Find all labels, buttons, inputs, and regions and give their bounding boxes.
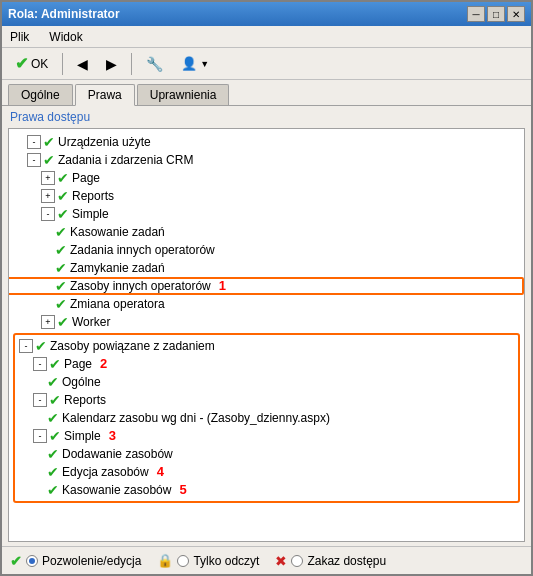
user-button[interactable]: 👤 ▼ xyxy=(174,53,216,74)
label-kalendarz: Kalendarz zasobu wg dni - (Zasoby_dzienn… xyxy=(62,409,330,427)
label-simple1: Simple xyxy=(72,205,109,223)
label-reports1: Reports xyxy=(72,187,114,205)
check-icon-zamykanie: ✔ xyxy=(55,259,67,277)
tree-item-page2[interactable]: - ✔ Page 2 xyxy=(19,355,514,373)
menu-bar: Plik Widok xyxy=(2,26,531,48)
label-kasowanie2: Kasowanie zasobów xyxy=(62,481,171,499)
tree-item-page1[interactable]: + ✔ Page xyxy=(13,169,520,187)
readonly-radio[interactable] xyxy=(177,555,189,567)
tree-item-kasowanie[interactable]: ✔ Kasowanie zadań xyxy=(13,223,520,241)
check-icon-kasowanie: ✔ xyxy=(55,223,67,241)
label-zasoby-other: Zasoby innych operatorów xyxy=(70,277,211,295)
expand-icon-simple1[interactable]: - xyxy=(41,207,55,221)
label-page2: Page xyxy=(64,355,92,373)
check-icon-page2: ✔ xyxy=(49,355,61,373)
status-bar: ✔ Pozwolenie/edycja 🔒 Tylko odczyt ✖ Zak… xyxy=(2,546,531,574)
tree-item-zasoby-powiazane[interactable]: - ✔ Zasoby powiązane z zadaniem xyxy=(19,337,514,355)
tree-item-reports2[interactable]: - ✔ Reports xyxy=(19,391,514,409)
check-icon-edycja: ✔ xyxy=(47,463,59,481)
back-icon: ◀ xyxy=(77,56,88,72)
expand-icon-urzadzenia[interactable]: - xyxy=(27,135,41,149)
label-kasowanie: Kasowanie zadań xyxy=(70,223,165,241)
check-icon-kalendarz: ✔ xyxy=(47,409,59,427)
badge-simple2: 3 xyxy=(109,427,116,445)
expand-icon-zadania[interactable]: - xyxy=(27,153,41,167)
lock-icon: 🔒 xyxy=(157,553,173,568)
check-icon-simple1: ✔ xyxy=(57,205,69,223)
label-reports2: Reports xyxy=(64,391,106,409)
check-icon-zasoby-powiazane: ✔ xyxy=(35,337,47,355)
expand-icon-reports1[interactable]: + xyxy=(41,189,55,203)
readonly-label: Tylko odczyt xyxy=(193,554,259,568)
back-button[interactable]: ◀ xyxy=(70,53,95,75)
user-icon: 👤 xyxy=(181,56,197,71)
check-icon-worker: ✔ xyxy=(57,313,69,331)
tree-item-zadania[interactable]: - ✔ Zadania i zdarzenia CRM xyxy=(13,151,520,169)
badge-kasowanie2: 5 xyxy=(179,481,186,499)
check-icon-ogolne2: ✔ xyxy=(47,373,59,391)
tree-item-zasoby-other[interactable]: ✔ Zasoby innych operatorów 1 xyxy=(13,277,520,295)
expand-icon-page2[interactable]: - xyxy=(33,357,47,371)
deny-label: Zakaz dostępu xyxy=(307,554,386,568)
minimize-button[interactable]: ─ xyxy=(467,6,485,22)
tools-button[interactable]: 🔧 xyxy=(139,53,170,75)
window-title: Rola: Administrator xyxy=(8,7,120,21)
check-icon-urzadzenia: ✔ xyxy=(43,133,55,151)
check-icon-simple2: ✔ xyxy=(49,427,61,445)
expand-icon-zasoby-powiazane[interactable]: - xyxy=(19,339,33,353)
check-icon-reports2: ✔ xyxy=(49,391,61,409)
expand-icon-worker[interactable]: + xyxy=(41,315,55,329)
tree-item-zadania-other[interactable]: ✔ Zadania innych operatorów xyxy=(13,241,520,259)
check-icon-zadania: ✔ xyxy=(43,151,55,169)
toolbar-separator-1 xyxy=(62,53,63,75)
check-icon-page1: ✔ xyxy=(57,169,69,187)
tab-uprawnienia[interactable]: Uprawnienia xyxy=(137,84,230,105)
tree-item-kasowanie2[interactable]: ✔ Kasowanie zasobów 5 xyxy=(19,481,514,499)
badge-page2: 2 xyxy=(100,355,107,373)
label-zamykanie: Zamykanie zadań xyxy=(70,259,165,277)
status-allow[interactable]: ✔ Pozwolenie/edycja xyxy=(10,553,141,569)
tree-item-kalendarz[interactable]: ✔ Kalendarz zasobu wg dni - (Zasoby_dzie… xyxy=(19,409,514,427)
toolbar-separator-2 xyxy=(131,53,132,75)
tree-item-worker[interactable]: + ✔ Worker xyxy=(13,313,520,331)
badge-edycja: 4 xyxy=(157,463,164,481)
forward-icon: ▶ xyxy=(106,56,117,72)
expand-icon-simple2[interactable]: - xyxy=(33,429,47,443)
ok-label: OK xyxy=(31,57,48,71)
tree-item-reports1[interactable]: + ✔ Reports xyxy=(13,187,520,205)
tab-ogolne[interactable]: Ogólne xyxy=(8,84,73,105)
expand-icon-reports2[interactable]: - xyxy=(33,393,47,407)
section-title: Prawa dostępu xyxy=(8,110,525,124)
status-readonly[interactable]: 🔒 Tylko odczyt xyxy=(157,553,259,568)
check-icon-kasowanie2: ✔ xyxy=(47,481,59,499)
tree-item-zamykanie[interactable]: ✔ Zamykanie zadań xyxy=(13,259,520,277)
check-icon-zmiana: ✔ xyxy=(55,295,67,313)
menu-plik[interactable]: Plik xyxy=(6,29,33,45)
label-zasoby-powiazane: Zasoby powiązane z zadaniem xyxy=(50,337,215,355)
menu-widok[interactable]: Widok xyxy=(45,29,86,45)
label-zadania: Zadania i zdarzenia CRM xyxy=(58,151,193,169)
maximize-button[interactable]: □ xyxy=(487,6,505,22)
tree-item-urzadzenia[interactable]: - ✔ Urządzenia użyte xyxy=(13,133,520,151)
forward-button[interactable]: ▶ xyxy=(99,53,124,75)
tree-item-zmiana[interactable]: ✔ Zmiana operatora xyxy=(13,295,520,313)
tree-panel[interactable]: - ✔ Urządzenia użyte - ✔ Zadania i zdarz… xyxy=(8,128,525,542)
tree-item-ogolne2[interactable]: ✔ Ogólne xyxy=(19,373,514,391)
label-page1: Page xyxy=(72,169,100,187)
label-worker: Worker xyxy=(72,313,110,331)
tree-item-edycja[interactable]: ✔ Edycja zasobów 4 xyxy=(19,463,514,481)
close-button[interactable]: ✕ xyxy=(507,6,525,22)
title-bar-buttons: ─ □ ✕ xyxy=(467,6,525,22)
tree-item-dodawanie[interactable]: ✔ Dodawanie zasobów xyxy=(19,445,514,463)
expand-icon-page1[interactable]: + xyxy=(41,171,55,185)
allow-label: Pozwolenie/edycja xyxy=(42,554,141,568)
badge-zasoby-other: 1 xyxy=(219,277,226,295)
tab-prawa[interactable]: Prawa xyxy=(75,84,135,106)
dropdown-arrow-icon: ▼ xyxy=(200,59,209,69)
allow-radio[interactable] xyxy=(26,555,38,567)
tree-item-simple1[interactable]: - ✔ Simple xyxy=(13,205,520,223)
ok-button[interactable]: ✔ OK xyxy=(8,51,55,76)
status-deny[interactable]: ✖ Zakaz dostępu xyxy=(275,553,386,569)
tree-item-simple2[interactable]: - ✔ Simple 3 xyxy=(19,427,514,445)
deny-radio[interactable] xyxy=(291,555,303,567)
